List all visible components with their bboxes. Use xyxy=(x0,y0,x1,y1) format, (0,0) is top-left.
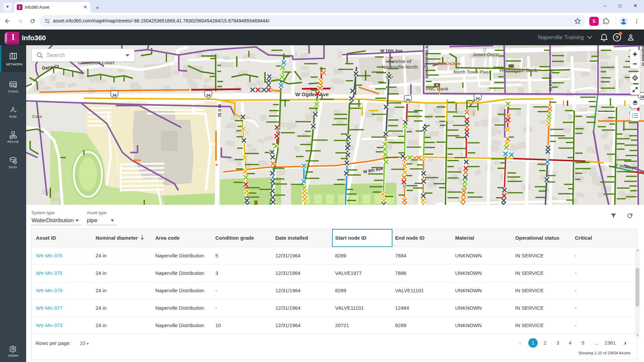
svg-text:M ll St: M ll St xyxy=(217,104,222,117)
svg-text:Naperville North: Naperville North xyxy=(382,64,418,70)
svg-text:🛒: 🛒 xyxy=(482,47,488,52)
svg-text:PNC Bank: PNC Bank xyxy=(426,86,448,92)
svg-text:?: ? xyxy=(615,35,619,40)
svg-text:E Highland St: E Highland St xyxy=(641,45,644,66)
svg-text:Care: Care xyxy=(32,114,42,119)
svg-text:N Washington S: N Washington S xyxy=(424,45,429,79)
svg-text:I: I xyxy=(11,33,15,42)
svg-text:Sunrise of: Sunrise of xyxy=(388,59,412,64)
svg-text:W 10th Ave: W 10th Ave xyxy=(380,49,402,53)
svg-text:Frainard St: Frainard St xyxy=(548,70,553,91)
svg-text:W Ogden Ave: W Ogden Ave xyxy=(295,92,329,97)
svg-text:🍴: 🍴 xyxy=(446,56,451,61)
svg-text:34: 34 xyxy=(476,97,480,101)
svg-text:34: 34 xyxy=(206,93,211,97)
svg-text:34: 34 xyxy=(112,93,117,97)
svg-text:34: 34 xyxy=(406,98,410,102)
svg-text:Huntington Bank: Huntington Bank xyxy=(500,68,538,73)
svg-text:North Town Plaza: North Town Plaza xyxy=(453,69,491,74)
svg-text:34: 34 xyxy=(640,95,644,99)
svg-text:Jewel-Osco: Jewel-Osco xyxy=(473,52,499,57)
svg-text:J's Kitchen: J's Kitchen xyxy=(437,61,461,66)
